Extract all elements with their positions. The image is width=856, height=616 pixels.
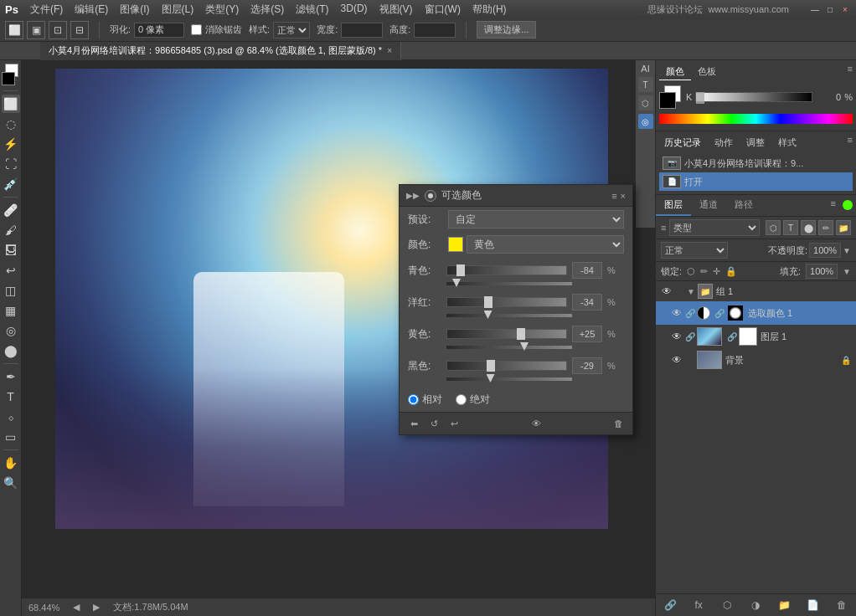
color-panel-menu[interactable]: ≡: [848, 64, 853, 80]
lasso-tool[interactable]: ◌: [2, 115, 20, 133]
blur-tool[interactable]: ◎: [2, 321, 20, 340]
layer-item-selective-color[interactable]: 👁 🔗 🔗 选取颜色 1: [656, 301, 856, 325]
mini-tool-1[interactable]: T: [638, 77, 653, 92]
cyan-value[interactable]: -84: [572, 262, 602, 279]
layer-item-background[interactable]: 👁 背景 🔒: [656, 348, 856, 372]
tab-layers[interactable]: 图层: [656, 195, 691, 216]
path-select-tool[interactable]: ⬦: [2, 408, 20, 426]
relative-radio[interactable]: [408, 394, 419, 405]
anti-alias-checkbox[interactable]: [191, 24, 202, 35]
tab-history[interactable]: 历史记录: [659, 135, 706, 151]
pen-tool[interactable]: ✒: [2, 367, 20, 386]
color-spectrum[interactable]: [659, 114, 853, 124]
new-layer-btn[interactable]: 📄: [806, 598, 821, 613]
layer-filter-btn-3[interactable]: ⬤: [801, 220, 816, 235]
tool-mode-btn2[interactable]: ▣: [27, 21, 45, 39]
height-input[interactable]: [414, 23, 456, 38]
mask-thumb-sc[interactable]: [726, 304, 745, 322]
magenta-slider[interactable]: [446, 297, 567, 307]
close-button[interactable]: ×: [839, 3, 851, 15]
delete-layer-btn[interactable]: 🗑: [834, 598, 849, 613]
layer-filter-btn-4[interactable]: ✏: [818, 220, 833, 235]
panel-header[interactable]: ▶▶ 可选颜色 ≡ ×: [400, 185, 632, 207]
quick-select-tool[interactable]: ⚡: [2, 135, 20, 153]
preset-select[interactable]: 自定: [448, 210, 624, 228]
menu-window[interactable]: 窗口(W): [420, 1, 466, 18]
mini-tool-3[interactable]: ◎: [638, 114, 653, 129]
link-layers-btn[interactable]: 🔗: [663, 598, 678, 613]
panel-visibility-icon[interactable]: 👁: [529, 416, 544, 431]
crop-tool[interactable]: ⛶: [2, 155, 20, 173]
layer1-mask-thumb[interactable]: [739, 327, 757, 346]
tab-adjustments[interactable]: 调整: [741, 135, 770, 151]
menu-help[interactable]: 帮助(H): [467, 1, 512, 18]
text-tool[interactable]: T: [2, 388, 20, 406]
k-slider-track[interactable]: [695, 92, 812, 102]
menu-file[interactable]: 文件(F): [25, 1, 68, 18]
lock-position-btn[interactable]: ✛: [713, 266, 720, 277]
panel-reset-icon[interactable]: ↩: [446, 416, 462, 431]
tool-mode-btn1[interactable]: ⬜: [5, 21, 23, 39]
new-group-btn[interactable]: 📁: [777, 598, 792, 613]
layer-item-layer1[interactable]: 👁 🔗 🔗 图层 1: [656, 325, 856, 348]
opacity-input[interactable]: [809, 243, 841, 258]
menu-filter[interactable]: 滤镜(T): [291, 1, 333, 18]
menu-type[interactable]: 类型(Y): [200, 1, 244, 18]
layer-filter-btn-1[interactable]: ⬡: [766, 220, 781, 235]
opacity-arrow[interactable]: ▼: [843, 246, 851, 255]
tab-close-button[interactable]: ×: [387, 46, 392, 55]
feather-input[interactable]: [134, 23, 184, 38]
style-select[interactable]: 正常: [273, 22, 310, 38]
eyedropper-tool[interactable]: 💉: [2, 175, 20, 193]
zoom-tool[interactable]: 🔍: [2, 474, 20, 492]
color-select[interactable]: 黄色: [467, 235, 624, 254]
layer-group-1[interactable]: 👁 ▼ 📁 组 1: [656, 281, 856, 301]
dodge-tool[interactable]: ⬤: [2, 341, 20, 360]
panel-refresh-icon[interactable]: ↺: [426, 416, 441, 431]
history-item-open[interactable]: 📄 打开: [659, 172, 853, 191]
tab-channels[interactable]: 通道: [691, 195, 726, 216]
nav-next-btn[interactable]: ▶: [93, 602, 100, 613]
absolute-radio[interactable]: [456, 394, 467, 405]
eraser-tool[interactable]: ◫: [2, 281, 20, 300]
gradient-tool[interactable]: ▦: [2, 301, 20, 320]
lock-brush-btn[interactable]: ✏: [700, 266, 708, 277]
width-input[interactable]: [341, 23, 383, 38]
brush-tool[interactable]: 🖌: [2, 221, 20, 239]
lock-all-btn[interactable]: 🔒: [725, 266, 737, 277]
fill-arrow[interactable]: ▼: [843, 267, 851, 276]
group-visibility-eye[interactable]: 👁: [661, 285, 673, 297]
bg-eye[interactable]: 👁: [671, 354, 683, 366]
tab-styles[interactable]: 样式: [773, 135, 802, 151]
layer-filter-btn-5[interactable]: 📁: [836, 220, 851, 235]
shape-tool[interactable]: ▭: [2, 428, 20, 446]
menu-3d[interactable]: 3D(D): [336, 1, 373, 18]
marquee-tool[interactable]: ⬜: [2, 95, 20, 113]
cyan-slider[interactable]: [446, 265, 567, 275]
expand-icon[interactable]: ▶▶: [406, 191, 420, 200]
lock-pixels-btn[interactable]: ⬡: [687, 266, 695, 277]
spot-healing-tool[interactable]: 🩹: [2, 201, 20, 219]
mini-tool-2[interactable]: ⬡: [638, 95, 653, 110]
tool-mode-btn4[interactable]: ⊟: [70, 21, 89, 39]
document-tab[interactable]: 小莫4月份网络培训课程：986658485 (3).psd @ 68.4% (选…: [40, 42, 401, 60]
fg-color-swatch[interactable]: [659, 92, 676, 109]
panel-back-icon[interactable]: ⬅: [406, 416, 421, 431]
menu-select[interactable]: 选择(S): [245, 1, 289, 18]
layer-filter-select[interactable]: 类型: [669, 219, 759, 236]
mask-link-icon[interactable]: 🔗: [714, 309, 725, 318]
clone-tool[interactable]: ⛾: [2, 241, 20, 259]
selective-color-eye[interactable]: 👁: [671, 307, 683, 319]
history-item-snapshot[interactable]: 📷 小莫4月份网络培训课程：9...: [659, 154, 853, 172]
tool-mode-btn3[interactable]: ⊡: [49, 21, 67, 39]
layers-panel-menu[interactable]: ≡: [828, 195, 839, 216]
minimize-button[interactable]: —: [809, 3, 821, 15]
absolute-radio-label[interactable]: 绝对: [456, 393, 490, 407]
yellow-value[interactable]: +25: [572, 326, 602, 342]
layer1-mask-link[interactable]: 🔗: [727, 332, 737, 341]
black-slider[interactable]: [446, 361, 567, 371]
history-brush-tool[interactable]: ↩: [2, 261, 20, 280]
tab-actions[interactable]: 动作: [709, 135, 738, 151]
yellow-slider[interactable]: [446, 329, 567, 339]
add-style-btn[interactable]: fx: [691, 598, 706, 613]
